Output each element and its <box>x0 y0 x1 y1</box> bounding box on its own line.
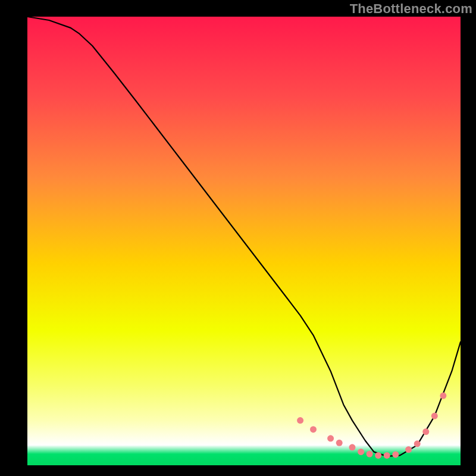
highlight-dot <box>358 449 364 455</box>
highlight-dot <box>422 428 429 435</box>
highlight-dot <box>440 393 446 399</box>
highlight-dot <box>431 413 438 419</box>
highlight-dot <box>405 446 412 453</box>
chart-stage: TheBottleneck.com <box>0 0 476 476</box>
highlight-dot <box>414 440 421 447</box>
highlight-dot <box>349 444 356 450</box>
chart-svg <box>0 0 476 476</box>
highlight-dot <box>384 452 390 459</box>
highlight-dot <box>367 451 373 458</box>
highlight-dot <box>375 452 381 459</box>
highlight-dot <box>392 451 399 458</box>
highlight-dot <box>327 435 334 441</box>
highlight-dot <box>297 417 303 424</box>
highlight-dot <box>310 426 317 433</box>
highlight-dot <box>336 440 343 446</box>
